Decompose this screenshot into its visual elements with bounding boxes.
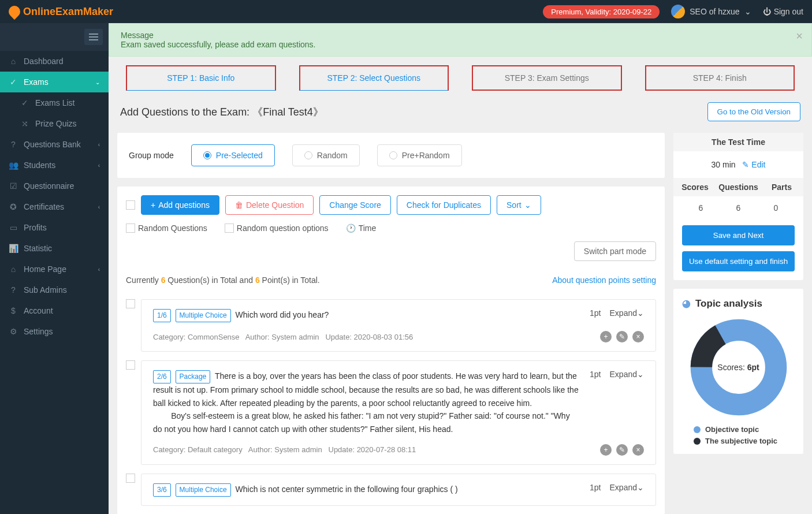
random-questions-checkbox[interactable]: Random Questions [126, 224, 207, 233]
edit-icon[interactable]: ✎ [616, 444, 628, 456]
radio-label: Pre+Random [402, 151, 450, 160]
old-version-button[interactable]: Go to the Old Version [707, 102, 800, 121]
sidebar-item-dashboard[interactable]: ⌂ Dashboard [0, 51, 109, 72]
users-icon: 👥 [9, 161, 18, 170]
q-update: Update: 2020-08-03 01:56 [325, 333, 413, 341]
radio-pre-selected[interactable]: Pre-Selected [191, 144, 275, 166]
edit-time-link[interactable]: ✎ Edit [742, 160, 765, 169]
q-update: Update: 2020-07-28 08:11 [329, 445, 416, 454]
pie-icon: ◕ [682, 297, 691, 310]
delete-icon[interactable]: × [632, 331, 644, 342]
step-finish[interactable]: STEP 4: Finish [645, 65, 795, 91]
user-menu[interactable]: SEO of hzxue ⌄ [671, 5, 751, 18]
question-checkbox[interactable] [126, 360, 135, 370]
hamburger-button[interactable] [84, 29, 103, 45]
radio-random[interactable]: Random [292, 144, 360, 166]
check-icon: ✓ [20, 98, 29, 107]
home-icon: ⌂ [9, 265, 18, 274]
delete-icon[interactable]: × [632, 444, 644, 456]
sidebar-item-statistic[interactable]: 📊 Statistic [0, 238, 109, 259]
radio-label: Random [317, 151, 348, 160]
sidebar-item-label: Certificates [24, 202, 64, 211]
switch-part-mode-button[interactable]: Switch part mode [574, 241, 656, 261]
sort-button[interactable]: Sort ⌄ [497, 195, 541, 215]
step-basic-info[interactable]: STEP 1: Basic Info [126, 65, 276, 91]
legend-dot-icon [694, 438, 701, 445]
signout-button[interactable]: ⏻ Sign out [763, 7, 803, 16]
q-header: 1/6 Multiple Choice Which word did you h… [153, 308, 644, 322]
sidebar-item-certificates[interactable]: ✪ Certificates ‹ [0, 196, 109, 217]
topic-analysis-panel: ◕ Topic analysis Scores: 6pt Objective [673, 289, 803, 454]
sidebar-item-questions-bank[interactable]: ? Questions Bank ‹ [0, 134, 109, 155]
sidebar-item-label: Settings [24, 327, 53, 336]
sidebar-item-account[interactable]: $ Account [0, 300, 109, 321]
sidebar-item-settings[interactable]: ⚙ Settings [0, 321, 109, 342]
q-header: 2/6 Package There is a boy, over the yea… [153, 370, 644, 435]
sidebar-item-sub-admins[interactable]: ? Sub Admins [0, 280, 109, 300]
radio-icon [203, 151, 211, 159]
step-select-questions[interactable]: STEP 2: Select Questions [299, 65, 449, 91]
radio-icon [389, 151, 397, 159]
expand-button[interactable]: Expand⌄ [610, 308, 644, 318]
toolbar-panel: + Add questions 🗑 Delete Question Change… [117, 187, 665, 514]
legend-objective: Objective topic [682, 425, 795, 434]
q-actions: + ✎ × [600, 444, 644, 456]
add-questions-button[interactable]: + Add questions [141, 195, 219, 215]
question-row: 2/6 Package There is a boy, over the yea… [126, 360, 656, 465]
check-duplicates-button[interactable]: Check for Duplicates [397, 195, 491, 215]
steps-nav: STEP 1: Basic Info STEP 2: Select Questi… [109, 57, 812, 91]
sidebar-item-profits[interactable]: ▭ Profits [0, 217, 109, 238]
center-value: 6pt [747, 363, 759, 372]
sidebar-item-home-page[interactable]: ⌂ Home Page ‹ [0, 259, 109, 280]
sidebar-item-questionnaire[interactable]: ☑ Questionnaire [0, 176, 109, 196]
legend-label: Objective topic [705, 425, 759, 434]
legend-label: The subjective topic [705, 437, 777, 445]
chevron-down-icon: ⌄ [744, 7, 751, 16]
signout-label: Sign out [774, 7, 803, 16]
sidebar-item-students[interactable]: 👥 Students ‹ [0, 155, 109, 176]
question-checkbox[interactable] [126, 299, 135, 308]
sub-toolbar: Random Questions Random question options… [126, 224, 656, 233]
logo-text: OnlineExamMaker [23, 6, 113, 18]
use-default-button[interactable]: Use default setting and finish [682, 251, 795, 271]
logo[interactable]: OnlineExamMaker [9, 6, 113, 18]
btn-label: Add questions [158, 200, 210, 210]
sidebar-item-label: Sub Admins [24, 285, 67, 295]
q-points: 1pt [590, 370, 601, 379]
chevron-left-icon: ‹ [98, 141, 100, 148]
question-checkbox[interactable] [126, 474, 135, 483]
topic-title-text: Topic analysis [695, 298, 762, 310]
random-options-checkbox[interactable]: Random question options [225, 224, 329, 233]
expand-button[interactable]: Expand⌄ [610, 370, 644, 379]
add-icon[interactable]: + [600, 331, 612, 342]
check-square-icon: ☑ [9, 181, 18, 191]
change-score-button[interactable]: Change Score [319, 195, 391, 215]
q-meta-text: Category: CommonSense Author: System adm… [153, 333, 413, 341]
time-option[interactable]: 🕐 Time [346, 224, 377, 233]
q-body: There is a boy, over the years has been … [153, 371, 581, 433]
sidebar-item-prize-quizs[interactable]: ⤭ Prize Quizs [0, 113, 109, 134]
delete-question-button[interactable]: 🗑 Delete Question [225, 195, 314, 215]
radio-pre-random[interactable]: Pre+Random [377, 144, 462, 166]
step-exam-settings[interactable]: STEP 3: Exam Settings [472, 65, 622, 91]
donut-center: Scores: 6pt [717, 363, 759, 372]
sidebar-item-exams[interactable]: ✓ Exams ⌄ [0, 72, 109, 92]
radio-icon [304, 151, 312, 159]
edit-icon[interactable]: ✎ [616, 331, 628, 342]
expand-label: Expand [610, 308, 637, 318]
chevron-left-icon: ‹ [98, 266, 100, 273]
save-next-button[interactable]: Save and Next [682, 225, 795, 245]
q-text: 2/6 Package There is a boy, over the yea… [153, 370, 581, 435]
question-card: 1/6 Multiple Choice Which word did you h… [141, 299, 656, 352]
sidebar-item-exams-list[interactable]: ✓ Exams List [0, 92, 109, 113]
select-all-checkbox[interactable] [126, 200, 135, 210]
chevron-down-icon: ⌄ [95, 79, 100, 85]
about-points-link[interactable]: About question points setting [552, 275, 656, 285]
stat-value: 6 [682, 203, 720, 213]
sidebar-item-label: Account [24, 306, 53, 315]
expand-button[interactable]: Expand⌄ [610, 483, 644, 492]
add-icon[interactable]: + [600, 444, 612, 456]
logo-icon [6, 3, 23, 20]
close-icon[interactable]: × [796, 29, 803, 43]
q-text: 3/6 Multiple Choice Which is not center … [153, 483, 581, 497]
